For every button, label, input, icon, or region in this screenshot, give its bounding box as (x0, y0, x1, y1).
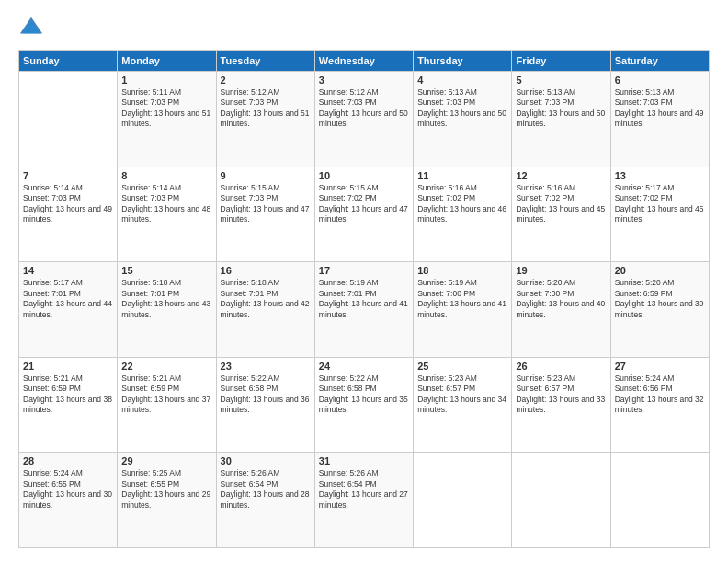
calendar-cell: 5Sunrise: 5:13 AMSunset: 7:03 PMDaylight… (512, 72, 610, 167)
calendar-cell: 15Sunrise: 5:18 AMSunset: 7:01 PMDayligh… (118, 262, 216, 358)
calendar-cell: 19Sunrise: 5:20 AMSunset: 7:00 PMDayligh… (512, 262, 610, 358)
cell-info: Sunrise: 5:18 AMSunset: 7:01 PMDaylight:… (221, 278, 311, 320)
calendar-cell: 13Sunrise: 5:17 AMSunset: 7:02 PMDayligh… (610, 167, 709, 262)
cell-info: Sunrise: 5:26 AMSunset: 6:54 PMDaylight:… (221, 468, 311, 511)
calendar-cell: 22Sunrise: 5:21 AMSunset: 6:59 PMDayligh… (118, 357, 216, 453)
calendar-week-3: 21Sunrise: 5:21 AMSunset: 6:59 PMDayligh… (19, 357, 710, 453)
day-number: 27 (615, 361, 705, 372)
calendar-cell: 9Sunrise: 5:15 AMSunset: 7:03 PMDaylight… (216, 167, 314, 262)
cell-info: Sunrise: 5:26 AMSunset: 6:54 PMDaylight:… (319, 468, 409, 511)
calendar-cell: 26Sunrise: 5:23 AMSunset: 6:57 PMDayligh… (512, 357, 610, 453)
day-number: 7 (23, 170, 113, 181)
day-number: 1 (121, 75, 211, 86)
calendar-cell: 8Sunrise: 5:14 AMSunset: 7:03 PMDaylight… (118, 167, 216, 262)
logo-icon (18, 15, 44, 40)
calendar-cell: 20Sunrise: 5:20 AMSunset: 6:59 PMDayligh… (610, 262, 709, 358)
calendar-cell: 2Sunrise: 5:12 AMSunset: 7:03 PMDaylight… (216, 72, 314, 167)
cell-info: Sunrise: 5:16 AMSunset: 7:02 PMDaylight:… (417, 183, 507, 225)
calendar-cell: 21Sunrise: 5:21 AMSunset: 6:59 PMDayligh… (19, 357, 118, 453)
cell-info: Sunrise: 5:24 AMSunset: 6:55 PMDaylight:… (23, 468, 113, 511)
day-number: 29 (121, 455, 211, 466)
day-number: 31 (319, 455, 409, 466)
cell-info: Sunrise: 5:17 AMSunset: 7:02 PMDaylight:… (615, 183, 705, 225)
cell-info: Sunrise: 5:18 AMSunset: 7:01 PMDaylight:… (121, 278, 211, 320)
day-number: 15 (121, 265, 211, 276)
day-number: 2 (221, 75, 311, 86)
day-header-monday: Monday (118, 51, 216, 72)
calendar-cell: 28Sunrise: 5:24 AMSunset: 6:55 PMDayligh… (19, 453, 118, 548)
cell-info: Sunrise: 5:13 AMSunset: 7:03 PMDaylight:… (516, 87, 606, 130)
day-header-thursday: Thursday (414, 51, 512, 72)
cell-info: Sunrise: 5:12 AMSunset: 7:03 PMDaylight:… (319, 87, 409, 130)
day-number: 21 (23, 361, 113, 372)
cell-info: Sunrise: 5:14 AMSunset: 7:03 PMDaylight:… (23, 183, 113, 225)
calendar-cell: 10Sunrise: 5:15 AMSunset: 7:02 PMDayligh… (314, 167, 413, 262)
calendar-cell: 23Sunrise: 5:22 AMSunset: 6:58 PMDayligh… (216, 357, 314, 453)
day-header-saturday: Saturday (610, 51, 709, 72)
day-header-friday: Friday (512, 51, 610, 72)
calendar-cell: 12Sunrise: 5:16 AMSunset: 7:02 PMDayligh… (512, 167, 610, 262)
day-number: 23 (221, 361, 311, 372)
calendar-cell: 24Sunrise: 5:22 AMSunset: 6:58 PMDayligh… (314, 357, 413, 453)
cell-info: Sunrise: 5:23 AMSunset: 6:57 PMDaylight:… (417, 373, 507, 416)
day-number: 5 (516, 75, 606, 86)
day-number: 22 (121, 361, 211, 372)
day-number: 24 (319, 361, 409, 372)
day-number: 13 (615, 170, 705, 181)
calendar-cell: 11Sunrise: 5:16 AMSunset: 7:02 PMDayligh… (414, 167, 512, 262)
calendar-cell: 17Sunrise: 5:19 AMSunset: 7:01 PMDayligh… (314, 262, 413, 358)
day-number: 26 (516, 361, 606, 372)
calendar-week-0: 1Sunrise: 5:11 AMSunset: 7:03 PMDaylight… (19, 72, 710, 167)
cell-info: Sunrise: 5:12 AMSunset: 7:03 PMDaylight:… (221, 87, 311, 130)
day-number: 16 (221, 265, 311, 276)
cell-info: Sunrise: 5:24 AMSunset: 6:56 PMDaylight:… (615, 373, 705, 416)
cell-info: Sunrise: 5:19 AMSunset: 7:00 PMDaylight:… (417, 278, 507, 320)
cell-info: Sunrise: 5:15 AMSunset: 7:02 PMDaylight:… (319, 183, 409, 225)
calendar-cell: 31Sunrise: 5:26 AMSunset: 6:54 PMDayligh… (314, 453, 413, 548)
cell-info: Sunrise: 5:20 AMSunset: 7:00 PMDaylight:… (516, 278, 606, 320)
day-number: 12 (516, 170, 606, 181)
day-header-wednesday: Wednesday (314, 51, 413, 72)
day-number: 14 (23, 265, 113, 276)
cell-info: Sunrise: 5:16 AMSunset: 7:02 PMDaylight:… (516, 183, 606, 225)
calendar-body: 1Sunrise: 5:11 AMSunset: 7:03 PMDaylight… (19, 72, 710, 548)
cell-info: Sunrise: 5:13 AMSunset: 7:03 PMDaylight:… (615, 87, 705, 130)
page: SundayMondayTuesdayWednesdayThursdayFrid… (0, 0, 728, 563)
cell-info: Sunrise: 5:22 AMSunset: 6:58 PMDaylight:… (221, 373, 311, 416)
calendar-cell: 18Sunrise: 5:19 AMSunset: 7:00 PMDayligh… (414, 262, 512, 358)
day-number: 6 (615, 75, 705, 86)
cell-info: Sunrise: 5:22 AMSunset: 6:58 PMDaylight:… (319, 373, 409, 416)
day-number: 3 (319, 75, 409, 86)
calendar-cell: 16Sunrise: 5:18 AMSunset: 7:01 PMDayligh… (216, 262, 314, 358)
day-number: 9 (221, 170, 311, 181)
calendar-cell (19, 72, 118, 167)
day-number: 25 (417, 361, 507, 372)
calendar-cell: 30Sunrise: 5:26 AMSunset: 6:54 PMDayligh… (216, 453, 314, 548)
day-number: 11 (417, 170, 507, 181)
calendar-week-4: 28Sunrise: 5:24 AMSunset: 6:55 PMDayligh… (19, 453, 710, 548)
calendar-cell: 6Sunrise: 5:13 AMSunset: 7:03 PMDaylight… (610, 72, 709, 167)
calendar-cell: 3Sunrise: 5:12 AMSunset: 7:03 PMDaylight… (314, 72, 413, 167)
day-number: 28 (23, 455, 113, 466)
day-number: 10 (319, 170, 409, 181)
day-number: 18 (417, 265, 507, 276)
day-number: 17 (319, 265, 409, 276)
calendar-cell: 25Sunrise: 5:23 AMSunset: 6:57 PMDayligh… (414, 357, 512, 453)
cell-info: Sunrise: 5:19 AMSunset: 7:01 PMDaylight:… (319, 278, 409, 320)
calendar-cell: 14Sunrise: 5:17 AMSunset: 7:01 PMDayligh… (19, 262, 118, 358)
cell-info: Sunrise: 5:20 AMSunset: 6:59 PMDaylight:… (615, 278, 705, 320)
calendar-cell (414, 453, 512, 548)
cell-info: Sunrise: 5:13 AMSunset: 7:03 PMDaylight:… (417, 87, 507, 130)
calendar-cell: 1Sunrise: 5:11 AMSunset: 7:03 PMDaylight… (118, 72, 216, 167)
cell-info: Sunrise: 5:14 AMSunset: 7:03 PMDaylight:… (121, 183, 211, 225)
cell-info: Sunrise: 5:11 AMSunset: 7:03 PMDaylight:… (121, 87, 211, 130)
day-number: 8 (121, 170, 211, 181)
day-header-sunday: Sunday (19, 51, 118, 72)
calendar-week-2: 14Sunrise: 5:17 AMSunset: 7:01 PMDayligh… (19, 262, 710, 358)
day-number: 20 (615, 265, 705, 276)
calendar-table: SundayMondayTuesdayWednesdayThursdayFrid… (18, 50, 710, 548)
calendar-cell: 7Sunrise: 5:14 AMSunset: 7:03 PMDaylight… (19, 167, 118, 262)
day-number: 19 (516, 265, 606, 276)
day-number: 30 (221, 455, 311, 466)
cell-info: Sunrise: 5:25 AMSunset: 6:55 PMDaylight:… (121, 468, 211, 511)
